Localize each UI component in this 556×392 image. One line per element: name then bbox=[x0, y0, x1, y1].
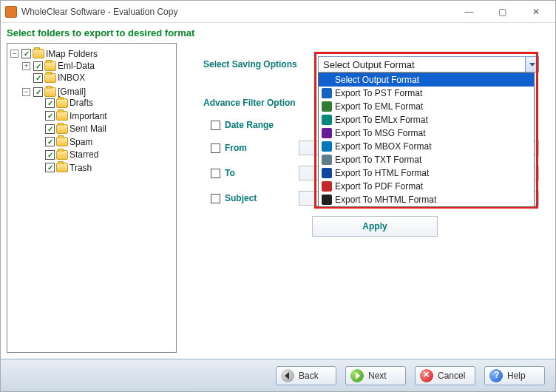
dropdown-option[interactable]: Export To EML Format bbox=[319, 100, 534, 113]
saving-options-row: Select Saving Options Select Output Form… bbox=[203, 56, 539, 72]
format-icon bbox=[322, 101, 332, 112]
apply-label: Apply bbox=[362, 221, 387, 232]
folder-icon bbox=[56, 137, 68, 146]
folder-tree-panel[interactable]: − IMap Folders + Eml-Data bbox=[7, 43, 177, 353]
folder-icon bbox=[56, 98, 68, 108]
folder-checkbox[interactable] bbox=[33, 73, 43, 83]
folder-checkbox[interactable] bbox=[45, 111, 55, 121]
folder-icon bbox=[56, 124, 68, 134]
folder-checkbox[interactable] bbox=[45, 163, 55, 172]
back-icon bbox=[281, 369, 294, 382]
folder-icon bbox=[44, 87, 56, 97]
folder-checkbox[interactable] bbox=[33, 87, 43, 97]
dropdown-option[interactable]: Export To MHTML Format bbox=[319, 193, 534, 206]
subject-checkbox[interactable] bbox=[211, 194, 220, 203]
folder-icon bbox=[44, 73, 56, 83]
help-icon bbox=[489, 369, 503, 382]
dropdown-option-label: Export To EMLx Format bbox=[335, 115, 428, 125]
folder-label[interactable]: Important bbox=[70, 111, 107, 121]
main-area: − IMap Folders + Eml-Data bbox=[1, 43, 555, 359]
close-icon: ✕ bbox=[532, 7, 540, 17]
minimize-button[interactable]: — bbox=[452, 1, 486, 23]
folder-label[interactable]: IMap Folders bbox=[46, 49, 98, 59]
dropdown-option-label: Export To HTML Format bbox=[335, 168, 429, 178]
bottom-button-bar: Back Next Cancel Help bbox=[1, 359, 555, 391]
from-checkbox[interactable] bbox=[211, 143, 220, 153]
folder-tree: − IMap Folders + Eml-Data bbox=[9, 47, 174, 176]
output-format-dropdown[interactable]: Select Output FormatExport To PST Format… bbox=[318, 72, 535, 207]
dropdown-option[interactable]: Export To MSG Format bbox=[319, 126, 534, 140]
help-button[interactable]: Help bbox=[484, 366, 545, 385]
format-icon bbox=[322, 141, 332, 152]
folder-checkbox[interactable] bbox=[33, 61, 43, 71]
cancel-icon bbox=[420, 369, 433, 382]
cancel-button[interactable]: Cancel bbox=[415, 366, 475, 385]
dropdown-option[interactable]: Select Output Format bbox=[319, 73, 534, 87]
format-icon bbox=[322, 168, 332, 178]
dropdown-option-label: Export To EML Format bbox=[335, 101, 423, 112]
back-label: Back bbox=[299, 371, 319, 381]
expand-toggle[interactable]: − bbox=[10, 50, 18, 58]
output-format-combo[interactable]: Select Output Format bbox=[318, 56, 539, 72]
folder-label[interactable]: INBOX bbox=[58, 72, 85, 83]
folder-icon bbox=[56, 150, 68, 160]
folder-icon bbox=[44, 61, 56, 71]
close-button[interactable]: ✕ bbox=[519, 1, 552, 23]
options-panel: Select Saving Options Select Output Form… bbox=[181, 43, 549, 353]
dropdown-option-label: Export To MBOX Format bbox=[335, 141, 431, 152]
dropdown-option-label: Export To TXT Format bbox=[335, 155, 421, 165]
date-range-checkbox[interactable] bbox=[211, 121, 220, 130]
minimize-icon: — bbox=[465, 7, 474, 17]
chevron-down-icon[interactable] bbox=[525, 57, 538, 72]
dropdown-option[interactable]: Export To TXT Format bbox=[319, 153, 534, 166]
apply-button[interactable]: Apply bbox=[312, 216, 438, 237]
help-label: Help bbox=[507, 371, 526, 381]
folder-checkbox[interactable] bbox=[45, 98, 55, 108]
folder-label[interactable]: Sent Mail bbox=[70, 124, 106, 134]
folder-checkbox[interactable] bbox=[45, 137, 55, 146]
date-range-label: Date Range bbox=[225, 120, 299, 130]
dropdown-option[interactable]: Export To PST Format bbox=[319, 87, 534, 100]
expand-spacer bbox=[22, 74, 30, 82]
dropdown-option-label: Export To PDF Format bbox=[335, 181, 423, 192]
folder-label[interactable]: Eml-Data bbox=[58, 61, 95, 71]
expand-toggle[interactable]: − bbox=[22, 88, 30, 96]
folder-checkbox[interactable] bbox=[45, 124, 55, 134]
dropdown-option-label: Export To MHTML Format bbox=[335, 195, 436, 205]
dropdown-option[interactable]: Export To MBOX Format bbox=[319, 140, 534, 153]
app-icon bbox=[5, 6, 17, 18]
expand-toggle[interactable]: + bbox=[22, 62, 30, 70]
to-label: To bbox=[225, 168, 299, 178]
maximize-button[interactable]: ▢ bbox=[486, 1, 519, 23]
cancel-label: Cancel bbox=[438, 371, 465, 381]
next-icon bbox=[350, 369, 364, 382]
folder-label[interactable]: Drafts bbox=[70, 98, 93, 108]
format-icon bbox=[322, 88, 332, 98]
folder-icon bbox=[56, 111, 68, 121]
dropdown-option[interactable]: Export To EMLx Format bbox=[319, 113, 534, 126]
dropdown-option-label: Select Output Format bbox=[335, 75, 419, 85]
format-icon bbox=[322, 195, 332, 205]
dropdown-option-label: Export To PST Format bbox=[335, 88, 422, 98]
dropdown-option[interactable]: Export To PDF Format bbox=[319, 180, 534, 193]
folder-checkbox[interactable] bbox=[21, 49, 31, 58]
folder-label[interactable]: Spam bbox=[70, 137, 92, 147]
format-icon bbox=[322, 115, 332, 125]
folder-checkbox[interactable] bbox=[45, 150, 55, 160]
folder-icon bbox=[33, 49, 44, 58]
folder-label[interactable]: Starred bbox=[70, 149, 98, 160]
app-window: WholeClear Software - Evaluation Copy — … bbox=[0, 0, 556, 392]
next-button[interactable]: Next bbox=[345, 366, 406, 385]
next-label: Next bbox=[368, 371, 387, 381]
back-button[interactable]: Back bbox=[276, 366, 336, 385]
dropdown-option[interactable]: Export To HTML Format bbox=[319, 166, 534, 180]
folder-icon bbox=[56, 163, 68, 172]
instruction-text: Select folders to export to desired form… bbox=[1, 23, 555, 43]
window-title: WholeClear Software - Evaluation Copy bbox=[21, 7, 452, 17]
from-label: From bbox=[225, 143, 299, 153]
folder-label[interactable]: Trash bbox=[70, 163, 92, 173]
format-icon bbox=[322, 128, 332, 138]
to-checkbox[interactable] bbox=[211, 169, 220, 178]
saving-options-label: Select Saving Options bbox=[203, 59, 318, 70]
folder-label[interactable]: [Gmail] bbox=[58, 87, 86, 97]
